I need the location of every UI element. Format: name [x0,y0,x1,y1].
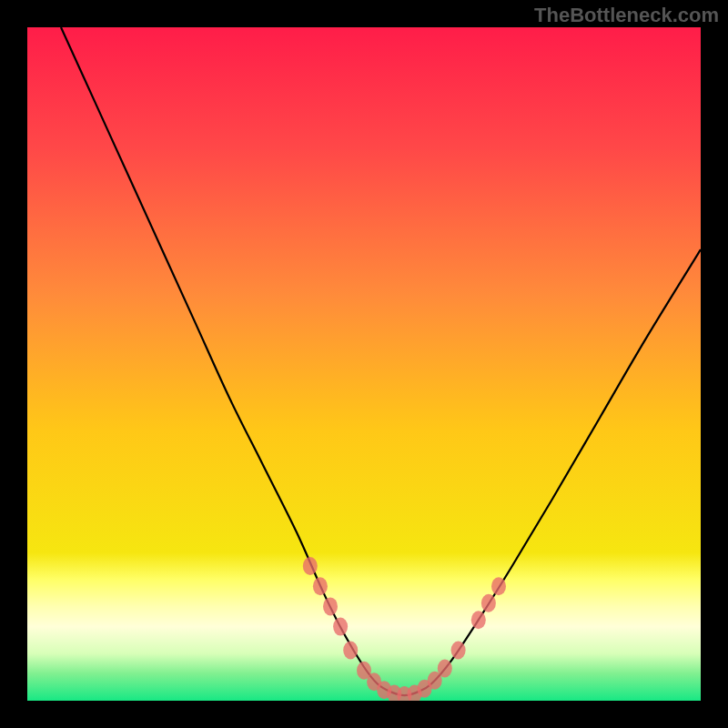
data-marker [323,597,338,615]
data-marker [333,618,348,636]
watermark-text: TheBottleneck.com [534,4,719,27]
bottleneck-curve [61,27,701,695]
chart-svg [27,27,701,701]
data-marker [471,611,486,629]
data-marker [438,659,452,677]
chart-plot-area [27,27,701,701]
data-marker [343,642,358,660]
data-marker [303,557,318,575]
data-marker [313,577,328,595]
data-marker [481,594,496,612]
data-markers [303,557,506,701]
data-marker [451,642,466,660]
data-marker [491,577,506,595]
